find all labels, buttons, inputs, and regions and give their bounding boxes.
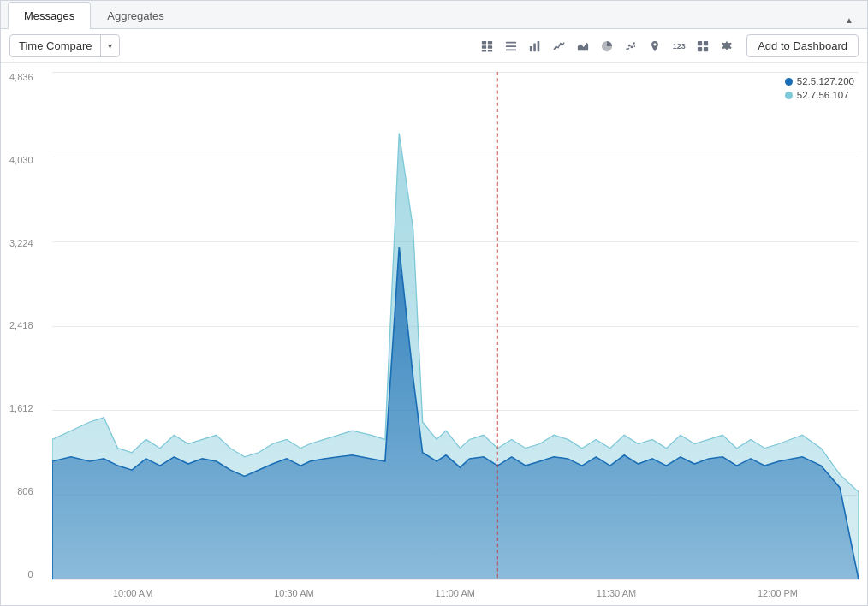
svg-marker-12: [578, 42, 588, 50]
area-chart-icon[interactable]: [574, 37, 592, 56]
y-label-3224: 3,224: [9, 238, 33, 248]
svg-point-19: [654, 43, 657, 45]
more-chart-icon[interactable]: [693, 37, 712, 56]
legend-item-series1: 52.5.127.200: [785, 76, 854, 86]
map-icon[interactable]: [645, 37, 664, 56]
y-label-2418: 2,418: [9, 320, 33, 330]
tabs-bar: Messages Aggregates ▲: [1, 1, 867, 29]
time-compare-label: Time Compare: [10, 35, 101, 56]
chart-legend: 52.5.127.200 52.7.56.107: [785, 76, 854, 100]
main-container: Messages Aggregates ▲ Time Compare ▾: [0, 0, 868, 606]
svg-point-14: [628, 44, 631, 46]
y-label-0: 0: [27, 569, 33, 579]
svg-rect-3: [488, 45, 492, 49]
x-label-1030: 10:30 AM: [274, 588, 313, 598]
time-compare-arrow-icon: ▾: [101, 37, 119, 55]
add-to-dashboard-button[interactable]: Add to Dashboard: [746, 34, 859, 57]
gear-icon[interactable]: [717, 37, 736, 56]
x-label-1200: 12:00 PM: [758, 588, 798, 598]
y-label-4836: 4,836: [9, 72, 33, 82]
x-label-1100: 11:00 AM: [435, 588, 474, 598]
y-label-1612: 1,612: [9, 403, 33, 413]
pie-chart-icon[interactable]: [597, 37, 616, 56]
svg-point-18: [634, 45, 636, 47]
list-icon[interactable]: [502, 37, 520, 56]
svg-rect-7: [506, 45, 516, 47]
svg-marker-26: [52, 247, 859, 579]
svg-rect-6: [506, 41, 516, 43]
number-icon[interactable]: 123: [669, 37, 688, 56]
svg-rect-22: [698, 46, 702, 50]
scroll-indicator: ▲: [838, 12, 860, 28]
svg-point-15: [631, 45, 633, 48]
svg-rect-23: [704, 46, 708, 50]
svg-rect-20: [698, 40, 702, 45]
table-icon[interactable]: [478, 37, 496, 56]
svg-rect-0: [482, 40, 486, 44]
x-label-1130: 11:30 AM: [597, 588, 636, 598]
svg-rect-2: [482, 45, 486, 49]
legend-label-series1: 52.5.127.200: [797, 76, 854, 86]
svg-point-16: [633, 42, 635, 45]
svg-rect-5: [488, 50, 492, 51]
chart-type-icons: 123: [478, 37, 736, 56]
tab-messages[interactable]: Messages: [8, 2, 91, 29]
svg-rect-9: [530, 46, 532, 51]
svg-point-17: [628, 47, 630, 49]
legend-dot-series2: [785, 92, 793, 99]
legend-item-series2: 52.7.56.107: [785, 90, 854, 100]
svg-rect-8: [506, 49, 516, 50]
legend-label-series2: 52.7.56.107: [797, 90, 849, 100]
svg-rect-4: [482, 50, 486, 51]
y-axis-labels: 4,836 4,030 3,224 2,418 1,612 806 0: [5, 72, 38, 579]
bar-chart-icon[interactable]: [526, 37, 544, 56]
chart-area: 4,836 4,030 3,224 2,418 1,612 806 0: [1, 63, 867, 605]
legend-dot-series1: [785, 78, 793, 86]
tabs-left: Messages Aggregates: [8, 1, 181, 28]
y-label-806: 806: [17, 486, 33, 496]
time-compare-button[interactable]: Time Compare ▾: [9, 34, 120, 57]
y-label-4030: 4,030: [9, 155, 33, 165]
svg-rect-21: [704, 40, 708, 45]
chart-svg: [52, 72, 859, 579]
chart-inner: 4,836 4,030 3,224 2,418 1,612 806 0: [52, 72, 859, 579]
line-chart-icon[interactable]: [550, 37, 568, 56]
tab-aggregates[interactable]: Aggregates: [91, 2, 181, 29]
x-axis-labels: 10:00 AM 10:30 AM 11:00 AM 11:30 AM 12:0…: [52, 588, 859, 598]
toolbar: Time Compare ▾: [1, 29, 867, 63]
svg-rect-11: [538, 40, 540, 50]
svg-rect-10: [533, 43, 536, 51]
scatter-icon[interactable]: [621, 37, 640, 56]
x-label-1000: 10:00 AM: [113, 588, 152, 598]
svg-rect-1: [488, 40, 492, 44]
